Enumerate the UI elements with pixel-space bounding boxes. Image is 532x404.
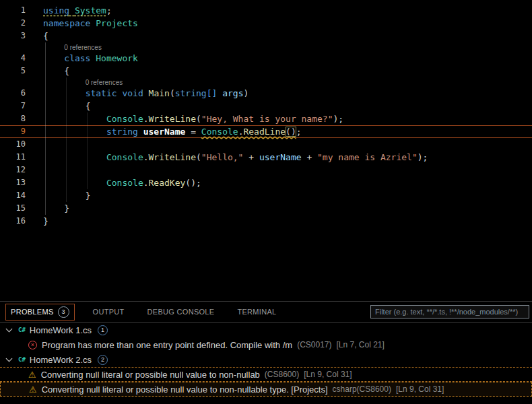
code-line[interactable]: 15 } <box>0 202 532 215</box>
codelens-references-link[interactable]: 0 references <box>86 79 123 86</box>
indent-space <box>43 127 106 137</box>
line-content: namespace Projects <box>26 17 138 30</box>
codelens-references-link[interactable]: 0 references <box>64 44 102 51</box>
indent-space <box>43 53 64 63</box>
file-name: HomeWork 1.cs <box>30 325 92 335</box>
line-number[interactable] <box>0 77 26 87</box>
problem-file-row[interactable]: C#HomeWork 1.cs1 <box>0 323 532 337</box>
code-token: string <box>106 127 138 137</box>
line-number[interactable]: 10 <box>0 138 26 151</box>
code-token: WriteLine <box>149 114 196 124</box>
code-token: ( <box>196 152 201 162</box>
tab-output[interactable]: OUTPUT <box>88 306 129 318</box>
code-token: ); <box>418 152 428 162</box>
code-line[interactable]: 4 class Homework <box>0 52 532 65</box>
line-number[interactable]: 1 <box>0 4 26 17</box>
code-token: using <box>43 5 69 15</box>
line-number[interactable]: 7 <box>0 100 26 112</box>
chevron-down-icon[interactable] <box>6 326 13 333</box>
code-line[interactable]: 10 <box>0 138 532 151</box>
line-number[interactable]: 6 <box>0 87 26 100</box>
code-line[interactable]: 7 { <box>0 100 532 112</box>
line-number[interactable]: 4 <box>0 52 26 65</box>
code-token: userName <box>259 152 302 162</box>
code-line[interactable]: 12 <box>0 164 532 176</box>
code-token: ; <box>296 127 302 137</box>
line-number[interactable]: 15 <box>0 202 26 215</box>
codelens-row[interactable]: 0 references <box>0 77 532 87</box>
line-content <box>26 138 43 151</box>
warning-icon: ⚠ <box>28 370 36 379</box>
line-number[interactable]: 2 <box>0 17 26 30</box>
problem-code: csharp(CS8600) <box>333 384 391 394</box>
code-token: Main <box>149 88 170 98</box>
code-token <box>217 88 222 98</box>
problems-filter <box>370 305 529 318</box>
problem-message: Converting null literal or possible null… <box>41 370 260 380</box>
code-line[interactable]: 6 static void Main(string[] args) <box>0 87 532 100</box>
indent-space <box>43 178 106 188</box>
line-content: { <box>26 65 69 77</box>
code-token: { <box>86 101 91 111</box>
line-number[interactable]: 3 <box>0 30 26 42</box>
file-problem-count-badge: 2 <box>98 355 108 365</box>
code-token: WriteLine <box>149 152 196 162</box>
problems-tree: C#HomeWork 1.cs1×Program has more than o… <box>0 323 532 397</box>
line-content: static void Main(string[] args) <box>26 87 248 100</box>
line-number[interactable]: 8 <box>0 112 26 125</box>
problem-code: (CS8600) <box>265 370 299 379</box>
code-token <box>138 127 143 137</box>
code-token: static <box>86 88 117 98</box>
line-number[interactable]: 12 <box>0 164 26 176</box>
problems-filter-input[interactable] <box>370 305 529 318</box>
code-line[interactable]: 16} <box>0 215 532 228</box>
codelens-row[interactable]: 0 references <box>0 42 532 52</box>
csharp-file-icon: C# <box>18 356 26 363</box>
line-number[interactable]: 14 <box>0 189 26 202</box>
tab-debug-console[interactable]: DEBUG CONSOLE <box>143 306 220 318</box>
code-line[interactable]: 14 } <box>0 189 532 202</box>
code-token: "my name is Azriel" <box>317 152 418 162</box>
code-token: ) <box>243 88 248 98</box>
code-token: Homework <box>96 53 138 63</box>
indent-space <box>43 101 86 111</box>
tab-terminal[interactable]: TERMINAL <box>232 306 281 318</box>
code-token: Console <box>106 152 143 162</box>
problem-file-row[interactable]: C#HomeWork 2.cs2 <box>0 352 532 367</box>
line-number[interactable]: 5 <box>0 65 26 77</box>
problem-item-row[interactable]: ×Program has more than one entry point d… <box>0 337 532 352</box>
code-line[interactable]: 3{ <box>0 30 532 42</box>
code-line[interactable]: 2namespace Projects <box>0 17 532 30</box>
code-line[interactable]: 1using System; <box>0 4 532 17</box>
line-number[interactable]: 11 <box>0 151 26 164</box>
code-line[interactable]: 8 Console.WriteLine("Hey, What is your n… <box>0 112 532 125</box>
code-token: ( <box>196 114 201 124</box>
csharp-file-icon: C# <box>18 327 26 333</box>
line-number[interactable]: 16 <box>0 215 26 228</box>
tab-label: DEBUG CONSOLE <box>147 308 215 316</box>
code-token: args <box>222 88 243 98</box>
code-token: } <box>64 203 69 213</box>
code-line[interactable]: 9 string userName = Console.ReadLine(); <box>0 125 532 138</box>
code-line[interactable]: 11 Console.WriteLine("Hello," + userName… <box>0 151 532 164</box>
problems-count-badge: 3 <box>58 306 69 318</box>
chevron-down-icon[interactable] <box>6 356 13 362</box>
code-token: Console <box>106 114 143 124</box>
indent-space <box>43 203 64 213</box>
code-line[interactable]: 5 { <box>0 65 532 77</box>
code-token: void <box>122 88 143 98</box>
code-token: ( <box>170 88 175 98</box>
code-token: "Hey, What is your name?" <box>201 114 333 124</box>
tab-problems[interactable]: PROBLEMS3 <box>5 304 75 321</box>
indent-space <box>43 88 86 98</box>
line-number[interactable]: 13 <box>0 176 26 189</box>
problem-item-row[interactable]: ⚠Converting null literal or possible nul… <box>0 382 532 397</box>
code-token: Console <box>106 178 143 188</box>
code-editor: 1using System;2namespace Projects3{ 0 re… <box>0 0 532 301</box>
line-number[interactable]: 9 <box>0 126 26 137</box>
line-content: Console.WriteLine("Hey, What is your nam… <box>26 112 343 125</box>
line-number[interactable] <box>0 42 26 52</box>
code-line[interactable]: 13 Console.ReadKey(); <box>0 176 532 189</box>
problem-item-row[interactable]: ⚠Converting null literal or possible nul… <box>0 367 532 382</box>
line-content: Console.WriteLine("Hello," + userName + … <box>26 151 428 164</box>
